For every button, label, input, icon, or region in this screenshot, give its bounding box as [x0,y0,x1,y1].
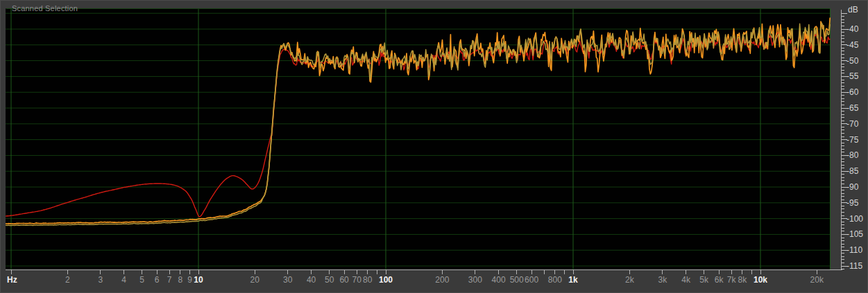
db-tick [842,161,844,162]
db-tick [842,177,844,178]
freq-tick [255,270,255,274]
freq-tick [564,270,565,274]
db-unit-label: dB [848,5,858,15]
db-tick-label: -65 [846,103,858,113]
freq-tick [719,270,720,274]
db-tick [842,190,844,190]
db-tick [842,51,844,51]
db-tick [842,256,844,257]
freq-tick [357,270,357,274]
db-tick-label: -110 [846,245,862,255]
db-tick [842,247,844,247]
freq-tick-label: 20k [801,275,832,285]
db-tick [842,231,844,231]
selection-title: Scanned Selection [12,4,78,12]
db-tick [842,114,844,115]
freq-tick [751,270,752,274]
db-tick [842,208,844,209]
db-tick [842,16,844,17]
freq-tick [142,270,142,274]
db-tick-label: -100 [846,214,863,224]
freq-tick [169,270,170,274]
freq-tick [442,270,443,274]
freq-tick [189,270,190,274]
db-tick [842,174,844,175]
frequency-analysis-panel: Scanned Selection Hz dB 2345678910203040… [0,0,868,293]
db-tick [842,117,844,118]
freq-tick [124,270,124,274]
db-tick [842,98,844,99]
db-tick [842,136,844,137]
db-tick [842,111,844,112]
db-tick-label: -90 [846,182,858,192]
freq-tick [198,270,199,274]
db-tick [842,32,844,33]
db-tick [842,196,844,197]
freq-tick [554,270,555,274]
db-tick [842,89,844,89]
db-tick [842,238,844,238]
db-tick [842,168,844,168]
freq-tick-label: 20 [239,275,270,285]
db-tick [842,26,844,26]
db-tick-label: -55 [846,71,858,81]
db-tick [842,215,844,216]
freq-tick [11,270,12,274]
db-tick-label: -95 [846,198,858,208]
db-tick [842,206,844,206]
freq-tick [817,270,817,274]
freq-tick [742,270,742,274]
freq-tick [498,270,499,274]
freq-tick [760,270,761,274]
freq-tick [67,270,68,274]
db-tick-label: -50 [846,56,858,66]
db-tick-label: -115 [846,261,862,271]
freq-tick-label: 200 [427,275,457,285]
db-tick [842,64,844,64]
db-tick [842,259,844,260]
freq-tick-label: 1k [558,275,588,285]
db-tick [842,48,844,48]
db-tick [842,240,844,241]
freq-tick [544,270,545,274]
db-tick [842,70,844,71]
db-tick [842,95,844,96]
spectrum-plot-canvas[interactable] [6,8,831,269]
freq-tick [686,270,686,274]
db-tick [842,42,844,42]
freq-tick-label: 2k [614,275,645,285]
db-tick [842,149,844,150]
db-tick-label: -80 [846,150,858,160]
db-tick [842,180,844,181]
db-tick [842,133,844,134]
freq-tick [311,270,312,274]
freq-tick [100,270,101,274]
db-tick-label: -105 [846,229,863,239]
db-tick [842,73,844,73]
freq-tick [731,270,732,274]
db-tick [842,57,844,58]
freq-tick-label: 10 [183,275,214,285]
left-channel-trace [6,18,831,224]
db-tick [842,253,844,254]
db-tick [842,101,844,102]
db-tick [842,35,844,36]
db-tick [842,224,844,225]
frequency-axis-line [6,269,842,270]
db-tick [842,193,844,194]
db-tick [842,244,844,245]
db-tick [842,199,844,200]
freq-tick [367,270,368,274]
db-tick [842,127,844,127]
db-tick [842,105,844,105]
freq-tick [180,270,180,274]
db-tick [842,121,844,121]
spectrum-plot[interactable] [6,8,831,269]
freq-tick [329,270,330,274]
freq-tick [157,270,158,274]
freq-tick [573,270,574,274]
freq-tick [629,270,630,274]
hz-unit-label: Hz [7,275,17,285]
freq-tick-label: 10k [745,275,776,285]
freq-tick [704,270,704,274]
